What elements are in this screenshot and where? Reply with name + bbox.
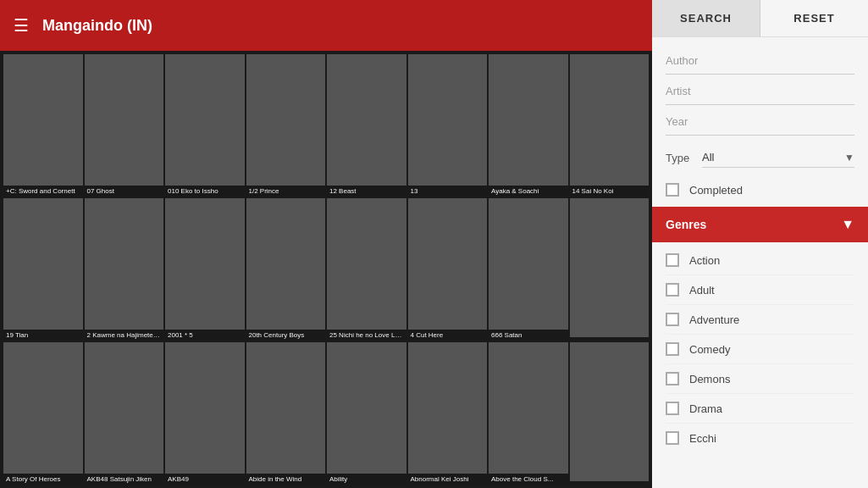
genre-item[interactable]: Action xyxy=(652,246,868,274)
manga-title: Abnormal Kei Joshi xyxy=(408,474,488,485)
genre-label: Action xyxy=(689,254,720,267)
header: ☰ Mangaindo (IN) xyxy=(0,0,652,51)
genre-checkbox[interactable] xyxy=(666,402,679,415)
search-button[interactable]: SEARCH xyxy=(652,0,760,36)
manga-title: 20th Century Boys xyxy=(246,330,326,341)
completed-label: Completed xyxy=(689,184,743,197)
manga-item[interactable]: 07 Ghost xyxy=(85,54,164,197)
manga-item[interactable]: 12 Beast xyxy=(327,54,406,197)
manga-item[interactable]: 25 Nichi he no Love Letter xyxy=(327,198,406,341)
genre-checkbox[interactable] xyxy=(666,253,679,267)
manga-item[interactable]: 14 Sai No Koi xyxy=(570,54,650,197)
genre-checkbox[interactable] xyxy=(666,431,679,445)
manga-title: 07 Ghost xyxy=(85,186,164,197)
genre-checkbox[interactable] xyxy=(666,342,679,356)
genre-checkbox[interactable] xyxy=(666,313,679,326)
manga-title: 14 Sai No Koi xyxy=(570,186,650,197)
manga-item[interactable]: 2 Kawme na Hajimete no Koi xyxy=(85,198,164,341)
manga-title: 13 xyxy=(408,186,488,197)
manga-item[interactable]: Abnormal Kei Joshi xyxy=(408,342,488,485)
manga-title: 19 Tian xyxy=(3,330,83,341)
manga-item[interactable]: 010 Eko to Issho xyxy=(165,54,245,197)
genre-label: Ecchi xyxy=(689,432,716,445)
genre-item[interactable]: Demons xyxy=(652,364,868,393)
manga-title xyxy=(570,337,650,341)
manga-item[interactable]: AKB48 Satsujin Jiken xyxy=(85,342,164,485)
type-select-wrapper[interactable]: All ▼ xyxy=(702,147,854,168)
genres-title: Genres xyxy=(666,218,706,231)
manga-title: A Story Of Heroes xyxy=(3,474,83,485)
genres-list: ActionAdultAdventureComedyDemonsDramaEcc… xyxy=(652,242,868,456)
genres-header[interactable]: Genres ▼ xyxy=(652,207,868,242)
author-input[interactable] xyxy=(666,47,854,75)
manga-title: 2 Kawme na Hajimete no Koi xyxy=(85,330,164,341)
manga-title: 2001 * 5 xyxy=(165,330,245,341)
right-panel: SEARCH RESET Type All ▼ Completed Genres… xyxy=(652,0,868,488)
manga-item[interactable]: +C: Sword and Cornett xyxy=(3,54,83,197)
panel-top-buttons: SEARCH RESET xyxy=(652,0,868,37)
genre-label: Adventure xyxy=(689,313,739,326)
manga-item[interactable] xyxy=(570,198,650,341)
type-select-value: All xyxy=(702,147,844,167)
filter-section xyxy=(652,37,868,139)
type-chevron-icon: ▼ xyxy=(844,152,854,164)
manga-title: Ability xyxy=(327,474,406,485)
genre-item[interactable]: Comedy xyxy=(652,335,868,363)
manga-grid: +C: Sword and Cornett07 Ghost010 Eko to … xyxy=(0,51,652,488)
manga-title: 666 Satan xyxy=(489,330,568,341)
manga-item[interactable]: Abide in the Wind xyxy=(246,342,326,485)
genre-checkbox[interactable] xyxy=(666,283,679,297)
manga-item[interactable]: Above the Cloud S... xyxy=(489,342,568,485)
manga-item[interactable]: 1/2 Prince xyxy=(246,54,326,197)
genres-chevron-icon: ▼ xyxy=(841,217,854,232)
type-label: Type xyxy=(666,152,695,164)
genre-label: Demons xyxy=(689,373,730,385)
genre-item[interactable]: Adult xyxy=(652,275,868,304)
manga-item[interactable]: 19 Tian xyxy=(3,198,83,341)
completed-row: Completed xyxy=(652,176,868,203)
manga-title: Ayaka & Soachi xyxy=(489,186,568,197)
manga-item[interactable]: 4 Cut Here xyxy=(408,198,488,341)
genre-label: Drama xyxy=(689,402,722,415)
manga-title: AKB48 Satsujin Jiken xyxy=(85,474,164,485)
genre-item[interactable]: Ecchi xyxy=(652,424,868,452)
year-input[interactable] xyxy=(666,108,854,136)
hamburger-icon[interactable]: ☰ xyxy=(14,15,29,36)
genre-label: Adult xyxy=(689,284,715,297)
manga-item[interactable]: 13 xyxy=(408,54,488,197)
manga-item[interactable]: 2001 * 5 xyxy=(165,198,245,341)
manga-title: 12 Beast xyxy=(327,186,406,197)
manga-title: Abide in the Wind xyxy=(246,474,326,485)
manga-item[interactable]: Ability xyxy=(327,342,406,485)
genre-label: Comedy xyxy=(689,343,730,356)
manga-item[interactable]: 666 Satan xyxy=(489,198,568,341)
site-title: Mangaindo (IN) xyxy=(42,17,152,35)
genre-item[interactable]: Drama xyxy=(652,394,868,423)
manga-item[interactable]: A Story Of Heroes xyxy=(3,342,83,485)
reset-button[interactable]: RESET xyxy=(760,0,868,36)
artist-input[interactable] xyxy=(666,78,854,105)
manga-title: 1/2 Prince xyxy=(246,186,326,197)
manga-title: 25 Nichi he no Love Letter xyxy=(327,330,406,341)
manga-title xyxy=(570,481,650,485)
completed-checkbox[interactable] xyxy=(666,183,679,197)
main-content: ☰ Mangaindo (IN) +C: Sword and Cornett07… xyxy=(0,0,652,488)
manga-item[interactable]: AKB49 xyxy=(165,342,245,485)
manga-item[interactable] xyxy=(570,342,650,485)
manga-title: +C: Sword and Cornett xyxy=(3,186,83,197)
type-row: Type All ▼ xyxy=(652,139,868,176)
manga-title: 4 Cut Here xyxy=(408,330,488,341)
manga-title: Above the Cloud S... xyxy=(489,474,568,485)
manga-title: 010 Eko to Issho xyxy=(165,186,245,197)
manga-item[interactable]: 20th Century Boys xyxy=(246,198,326,341)
genre-item[interactable]: Adventure xyxy=(652,305,868,334)
genre-checkbox[interactable] xyxy=(666,372,679,385)
manga-title: AKB49 xyxy=(165,474,245,485)
manga-item[interactable]: Ayaka & Soachi xyxy=(489,54,568,197)
